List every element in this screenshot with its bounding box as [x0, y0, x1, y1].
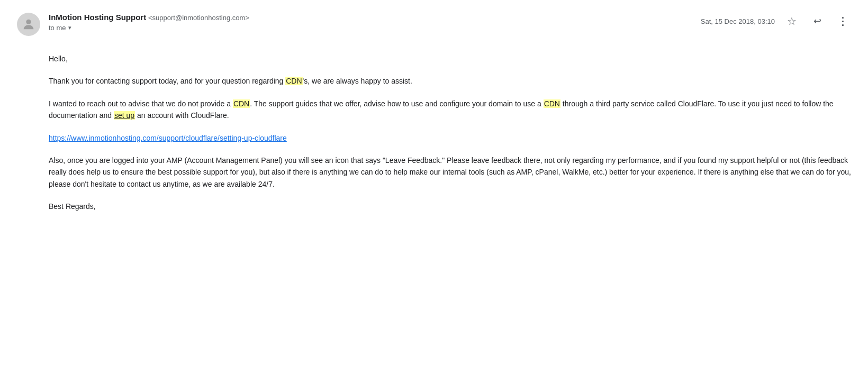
cdn-highlight-2: CDN: [233, 99, 250, 108]
email-timestamp: Sat, 15 Dec 2018, 03:10: [701, 17, 775, 25]
recipient-label: to me: [49, 24, 66, 32]
paragraph-2-part1: I wanted to reach out to advise that we …: [49, 99, 233, 108]
header-actions: Sat, 15 Dec 2018, 03:10 ☆ ↩ ⋮: [701, 13, 851, 30]
sender-email: <support@inmotionhosting.com>: [148, 14, 249, 22]
closing-text: Best Regards,: [49, 202, 96, 211]
closing-paragraph: Best Regards,: [49, 200, 851, 212]
email-container: InMotion Hosting Support <support@inmoti…: [0, 0, 868, 383]
recipient-row[interactable]: to me ▾: [49, 24, 249, 32]
more-icon: ⋮: [837, 15, 848, 28]
sender-name: InMotion Hosting Support: [49, 13, 146, 22]
sender-details: InMotion Hosting Support <support@inmoti…: [49, 13, 249, 32]
link-paragraph: https://www.inmotionhosting.com/support/…: [49, 132, 851, 144]
avatar: [17, 13, 40, 36]
greeting-text: Hello,: [49, 54, 68, 63]
sender-name-row: InMotion Hosting Support <support@inmoti…: [49, 13, 249, 22]
star-button[interactable]: ☆: [783, 13, 800, 30]
paragraph-3: Also, once you are logged into your AMP …: [49, 154, 851, 190]
paragraph-2-part4: an account with CloudFlare.: [135, 111, 229, 120]
cloudflare-link[interactable]: https://www.inmotionhosting.com/support/…: [49, 134, 287, 142]
cdn-highlight-1: CDN: [285, 77, 302, 85]
chevron-down-icon: ▾: [68, 24, 71, 31]
greeting-paragraph: Hello,: [49, 53, 851, 65]
svg-point-0: [26, 20, 31, 24]
email-header: InMotion Hosting Support <support@inmoti…: [17, 13, 851, 40]
paragraph-1-text-before: Thank you for contacting support today, …: [49, 77, 285, 85]
setup-highlight: set up: [114, 111, 135, 120]
paragraph-3-text: Also, once you are logged into your AMP …: [49, 156, 851, 188]
paragraph-2: I wanted to reach out to advise that we …: [49, 98, 851, 122]
paragraph-2-part2: . The support guides that we offer, advi…: [250, 99, 543, 108]
cdn-highlight-3: CDN: [544, 99, 560, 108]
email-body: Hello, Thank you for contacting support …: [17, 53, 851, 213]
reply-icon: ↩: [813, 15, 821, 27]
paragraph-1-text-after: 's, we are always happy to assist.: [303, 77, 412, 85]
reply-button[interactable]: ↩: [809, 13, 826, 30]
sender-info: InMotion Hosting Support <support@inmoti…: [17, 13, 249, 36]
paragraph-1: Thank you for contacting support today, …: [49, 75, 851, 87]
more-options-button[interactable]: ⋮: [834, 13, 851, 30]
avatar-icon: [21, 17, 36, 32]
star-icon: ☆: [787, 15, 797, 28]
